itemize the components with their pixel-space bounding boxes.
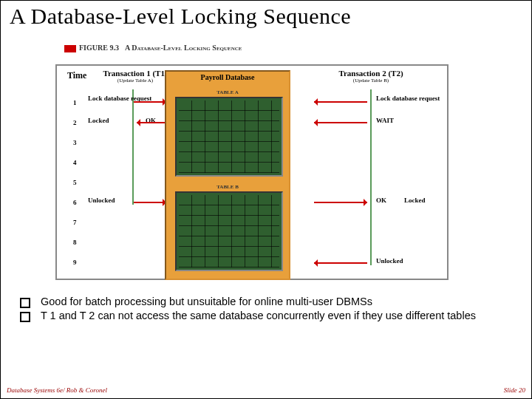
t2-timeline xyxy=(370,89,372,265)
step-num: 6 xyxy=(73,200,77,206)
footer-right: Slide 20 xyxy=(504,386,525,394)
footer-left: Database Systems 6e/ Rob & Coronel xyxy=(7,386,107,394)
step-num: 2 xyxy=(73,120,77,126)
step-num: 1 xyxy=(73,100,77,106)
arrow-t2-unlock xyxy=(314,262,367,264)
table-a-label: TABLE A xyxy=(166,89,289,95)
arrow-t2-request xyxy=(314,101,367,103)
arrow-t2-wait xyxy=(314,122,367,123)
figure-caption: A Database-Level Locking Sequence xyxy=(125,44,242,52)
arrow-t1-unlock xyxy=(134,202,166,203)
t2-ev6a: OK xyxy=(376,197,386,204)
step-num: 5 xyxy=(73,180,77,186)
table-a-grid xyxy=(175,97,283,177)
t2-title: Transaction 2 (T2) xyxy=(338,69,403,78)
slide: A Database-Level Locking Sequence FIGURE… xyxy=(0,0,532,399)
t1-title: Transaction 1 (T1) xyxy=(103,69,167,78)
arrow-t1-ok xyxy=(137,122,166,123)
t2-ev6b: Locked xyxy=(404,197,426,204)
bullet-1: Good for batch processing but unsuitable… xyxy=(41,295,515,309)
payroll-db-panel: Payroll Database TABLE A TABLE B xyxy=(165,70,290,280)
step-num: 8 xyxy=(73,239,77,246)
table-b-grid xyxy=(175,191,283,271)
t1-ev6: Unlocked xyxy=(88,197,115,204)
t1-timeline xyxy=(132,89,134,205)
t1-ev2a: Locked xyxy=(88,117,109,124)
bullet-2: T 1 and T 2 can not access the same data… xyxy=(41,309,515,323)
t2-ev2: WAIT xyxy=(376,117,394,124)
t2-header: Transaction 2 (T2) (Update Table B) xyxy=(323,69,419,83)
arrow-t2-ok xyxy=(314,202,367,203)
arrow-t1-request xyxy=(134,101,166,103)
step-num: 9 xyxy=(73,259,77,266)
step-num: 7 xyxy=(73,219,77,226)
step-num: 3 xyxy=(73,140,77,146)
t2-ev1: Lock database request xyxy=(376,95,440,102)
table-b-label: TABLE B xyxy=(166,184,289,190)
page-title: A Database-Level Locking Sequence xyxy=(1,1,531,29)
bullets-list: Good for batch processing but unsuitable… xyxy=(20,295,515,323)
t2-sub: (Update Table B) xyxy=(323,78,419,83)
step-num: 4 xyxy=(73,160,77,166)
t2-ev9: Unlocked xyxy=(376,258,403,265)
db-title: Payroll Database xyxy=(166,73,289,81)
time-header: Time xyxy=(67,70,86,81)
red-square-icon xyxy=(64,45,76,52)
figure-number: FIGURE 9.3 xyxy=(79,44,119,52)
